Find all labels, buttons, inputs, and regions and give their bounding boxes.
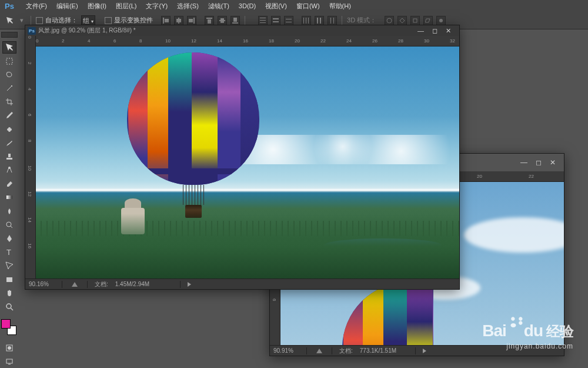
- align-icon-1[interactable]: [161, 16, 171, 25]
- tool-eraser[interactable]: [2, 178, 16, 190]
- tool-move[interactable]: [2, 41, 16, 54]
- doc1-ruler-horizontal: 02468101214161820222426283032: [36, 36, 459, 47]
- auto-select-dropdown[interactable]: 组 ▾: [81, 15, 95, 26]
- tool-stamp[interactable]: [2, 150, 16, 163]
- doc1-expand-icon[interactable]: [72, 282, 78, 287]
- tool-quickmask[interactable]: [2, 342, 16, 354]
- distribute-icon-5[interactable]: [315, 16, 324, 25]
- tool-history[interactable]: [2, 164, 16, 176]
- tool-lasso[interactable]: [2, 68, 16, 81]
- 3d-icon-2[interactable]: [397, 16, 407, 25]
- menu-layer[interactable]: 图层(L): [111, 2, 141, 11]
- auto-select-checkbox[interactable]: [36, 17, 43, 24]
- menu-select[interactable]: 选择(S): [172, 2, 203, 11]
- tool-pen[interactable]: [2, 232, 16, 244]
- svg-rect-15: [273, 18, 279, 19]
- svg-point-35: [8, 167, 11, 169]
- 3d-icon-4[interactable]: [423, 16, 433, 25]
- doc1-ps-badge-icon: Ps: [28, 27, 36, 35]
- svg-text:T: T: [6, 248, 11, 256]
- svg-rect-16: [273, 21, 279, 22]
- tool-crop[interactable]: [2, 96, 16, 108]
- foreground-color-swatch[interactable]: [1, 319, 11, 329]
- doc1-maximize-button[interactable]: ◻: [432, 27, 437, 35]
- svg-rect-33: [8, 154, 11, 157]
- tool-brush[interactable]: [2, 137, 16, 149]
- color-swatches[interactable]: [1, 319, 18, 335]
- menu-window[interactable]: 窗口(W): [292, 2, 325, 11]
- tool-wand[interactable]: [2, 82, 16, 94]
- doc2-expand-icon[interactable]: [316, 349, 322, 353]
- doc2-maximize-button[interactable]: ◻: [536, 158, 542, 167]
- doc1-zoom-level[interactable]: 90.16%: [29, 281, 55, 287]
- document-window-1[interactable]: Ps 风景.jpg @ 90.2% (图层 1, RGB/8#) * — ◻ ✕…: [25, 25, 460, 290]
- menu-file[interactable]: 文件(F): [21, 2, 52, 11]
- svg-rect-0: [163, 18, 164, 24]
- svg-rect-32: [8, 127, 11, 132]
- doc1-stat-label: 文档:: [95, 280, 108, 289]
- menu-3d[interactable]: 3D(D): [234, 2, 260, 9]
- menu-bar: Ps 文件(F) 编辑(E) 图像(I) 图层(L) 文字(Y) 选择(S) 滤…: [0, 0, 588, 12]
- doc2-statusbar: 90.91% 文档: 773.1K/1.51M: [270, 345, 564, 356]
- svg-rect-12: [260, 18, 266, 18]
- svg-rect-22: [317, 18, 318, 24]
- distribute-icon-4[interactable]: [302, 16, 311, 25]
- doc1-canvas[interactable]: [36, 47, 459, 279]
- doc2-play-icon[interactable]: [423, 349, 426, 353]
- tool-marquee[interactable]: [2, 55, 16, 67]
- align-icon-2[interactable]: [174, 16, 183, 25]
- distribute-icon-3[interactable]: [284, 16, 293, 25]
- tool-hand[interactable]: [2, 287, 16, 299]
- menu-type[interactable]: 文字(Y): [141, 2, 172, 11]
- tool-type[interactable]: T: [2, 246, 16, 258]
- align-icon-5[interactable]: [218, 16, 227, 25]
- tool-blur[interactable]: [2, 205, 16, 217]
- 3d-icon-3[interactable]: [410, 16, 420, 25]
- show-transform-checkbox[interactable]: [105, 17, 112, 24]
- tool-path[interactable]: [2, 260, 16, 272]
- tool-screenmode[interactable]: [2, 356, 16, 368]
- tool-heal[interactable]: [2, 123, 16, 135]
- tool-gradient[interactable]: [2, 191, 16, 204]
- svg-rect-7: [208, 19, 211, 24]
- svg-rect-14: [260, 22, 266, 23]
- svg-rect-4: [193, 18, 195, 24]
- menu-help[interactable]: 帮助(H): [325, 2, 356, 11]
- toolbar-grip[interactable]: [1, 32, 18, 38]
- svg-rect-34: [6, 158, 12, 160]
- distribute-icon-1[interactable]: [258, 16, 268, 25]
- svg-rect-3: [176, 19, 181, 22]
- svg-rect-13: [260, 20, 266, 21]
- auto-select-label: 自动选择：: [45, 16, 78, 25]
- align-icon-6[interactable]: [230, 16, 240, 25]
- menu-filter[interactable]: 滤镜(T): [203, 2, 234, 11]
- tool-zoom[interactable]: [2, 300, 16, 313]
- align-icon-4[interactable]: [205, 16, 214, 25]
- svg-rect-18: [286, 22, 292, 22]
- tool-dodge[interactable]: [2, 218, 16, 231]
- tool-eyedropper[interactable]: [2, 110, 16, 122]
- distribute-icon-6[interactable]: [328, 16, 337, 25]
- menu-image[interactable]: 图像(I): [83, 2, 111, 11]
- doc1-close-button[interactable]: ✕: [446, 27, 451, 35]
- menu-view[interactable]: 视图(V): [260, 2, 292, 11]
- svg-point-30: [11, 85, 12, 87]
- doc1-play-icon[interactable]: [188, 282, 191, 287]
- doc2-minimize-button[interactable]: —: [520, 158, 527, 167]
- align-icon-3[interactable]: [187, 16, 196, 25]
- svg-point-37: [6, 222, 11, 227]
- doc1-file-stat: 1.45M/2.94M: [115, 281, 149, 287]
- svg-rect-27: [413, 19, 417, 22]
- doc2-zoom-level[interactable]: 90.91%: [273, 347, 299, 354]
- tool-rect[interactable]: [2, 273, 16, 286]
- doc1-titlebar[interactable]: Ps 风景.jpg @ 90.2% (图层 1, RGB/8#) * — ◻ ✕: [25, 25, 459, 36]
- menu-edit[interactable]: 编辑(E): [52, 2, 83, 11]
- svg-rect-36: [6, 195, 12, 199]
- 3d-icon-1[interactable]: [385, 16, 394, 25]
- distribute-icon-2[interactable]: [271, 16, 280, 25]
- doc2-file-stat: 773.1K/1.51M: [360, 347, 396, 354]
- svg-point-42: [8, 346, 11, 350]
- 3d-icon-5[interactable]: [436, 16, 446, 25]
- doc2-close-button[interactable]: ✕: [550, 158, 556, 167]
- doc1-minimize-button[interactable]: —: [417, 27, 424, 35]
